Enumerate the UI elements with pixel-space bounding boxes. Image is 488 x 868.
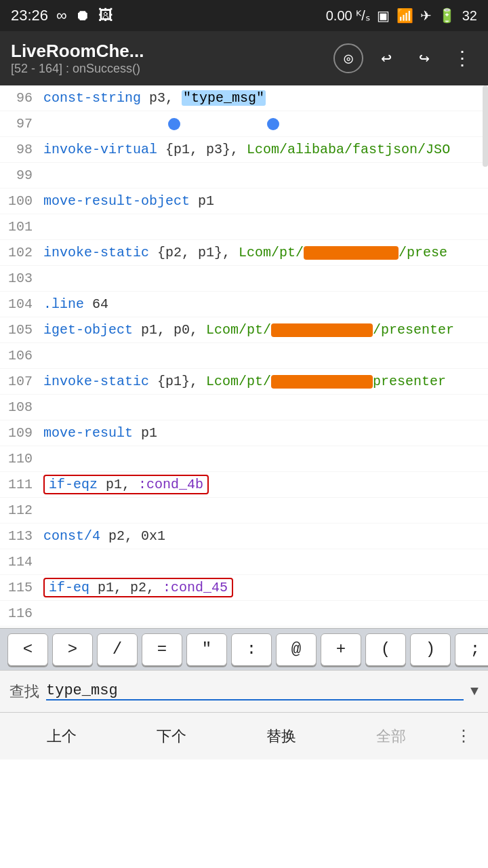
key-slash[interactable]: / — [97, 633, 138, 666]
line-number: 115 — [0, 580, 41, 595]
key-greater-than[interactable]: > — [52, 633, 93, 666]
key-plus[interactable]: + — [321, 633, 361, 666]
line-number: 96 — [0, 90, 41, 106]
line-number: 106 — [0, 348, 41, 363]
redacted-block-1 — [304, 246, 399, 260]
action-bar: 上个 下个 替换 全部 ⋮ — [0, 712, 488, 760]
line-content — [41, 276, 488, 281]
key-open-paren[interactable]: ( — [365, 633, 406, 666]
scrollbar[interactable] — [483, 85, 488, 167]
code-line-111: 111 if-eqz p1, :cond_4b — [0, 472, 488, 498]
code-line-98: 98 invoke-virtual {p1, p3}, Lcom/alibaba… — [0, 137, 488, 163]
next-button[interactable]: 下个 — [117, 719, 226, 753]
redacted-block-3 — [271, 375, 373, 389]
battery-icon: 🔋 — [439, 7, 455, 24]
line-content: if-eqz p1, :cond_4b — [41, 472, 488, 497]
replace-button[interactable]: 替换 — [226, 719, 336, 753]
line-content: move-result-object p1 — [41, 191, 488, 212]
key-equals[interactable]: = — [142, 633, 182, 666]
code-line-101: 101 — [0, 214, 488, 240]
line-content: const/4 p2, 0x1 — [41, 526, 488, 547]
image-icon: 🖼 — [98, 7, 113, 24]
line-number: 98 — [0, 142, 41, 157]
line-number: 110 — [0, 451, 41, 467]
more-icon: ⋮ — [453, 47, 472, 70]
line-content — [41, 224, 488, 230]
line-content: .line 64 — [41, 294, 488, 315]
search-dropdown-icon[interactable]: ▼ — [470, 684, 479, 699]
replace-all-button[interactable]: 全部 — [336, 719, 446, 753]
selection-handle-left — [168, 118, 180, 130]
title-bar: LiveRoomChe... [52 - 164] : onSuccess() … — [0, 31, 488, 85]
line-content — [41, 353, 488, 359]
code-area: 96 const-string p3, "type_msg" 97 98 inv… — [0, 85, 488, 628]
line-content — [41, 559, 488, 565]
code-line-117: 117 const/4 p2, 0x2 — [0, 627, 488, 628]
code-line-108: 108 — [0, 395, 488, 420]
code-line-97: 97 — [0, 111, 488, 137]
line-number: 99 — [0, 167, 41, 183]
line-content — [41, 113, 488, 134]
app-title: LiveRoomChe... — [11, 41, 325, 62]
action-more-button[interactable]: ⋮ — [446, 719, 481, 753]
undo-button[interactable]: ↩ — [371, 43, 401, 73]
wifi-icon: 📶 — [396, 7, 413, 24]
line-content — [41, 173, 488, 178]
status-time: 23:26 — [11, 7, 48, 24]
code-line-107: 107 invoke-static {p1}, Lcom/pt/ present… — [0, 369, 488, 395]
boxed-instruction-115: if-eq p1, p2, :cond_45 — [43, 578, 233, 597]
line-content — [41, 508, 488, 513]
line-number: 103 — [0, 271, 41, 286]
battery-level: 32 — [462, 8, 477, 24]
line-number: 113 — [0, 528, 41, 544]
key-colon[interactable]: : — [231, 633, 272, 666]
code-line-104: 104 .line 64 — [0, 292, 488, 317]
code-line-99: 99 — [0, 163, 488, 189]
line-number: 100 — [0, 193, 41, 209]
airplane-icon: ✈ — [420, 7, 432, 24]
title-text-block: LiveRoomChe... [52 - 164] : onSuccess() — [11, 41, 325, 76]
app-subtitle: [52 - 164] : onSuccess() — [11, 62, 325, 76]
key-quote[interactable]: " — [186, 633, 227, 666]
compass-icon: ◎ — [344, 50, 352, 68]
key-at[interactable]: @ — [276, 633, 317, 666]
code-line-102: 102 invoke-static {p2, p1}, Lcom/pt/ /pr… — [0, 240, 488, 266]
key-semicolon[interactable]: ; — [455, 633, 488, 666]
line-content: invoke-virtual {p1, p3}, Lcom/alibaba/fa… — [41, 139, 488, 160]
redo-button[interactable]: ↪ — [409, 43, 439, 73]
key-less-than[interactable]: < — [7, 633, 48, 666]
line-content: move-result p1 — [41, 422, 488, 443]
line-number: 104 — [0, 296, 41, 312]
code-line-100: 100 move-result-object p1 — [0, 189, 488, 214]
undo-icon: ↩ — [381, 47, 392, 69]
code-line-114: 114 — [0, 549, 488, 575]
boxed-instruction-111: if-eqz p1, :cond_4b — [43, 475, 209, 494]
selection-handle-right — [267, 118, 279, 130]
code-line-96: 96 const-string p3, "type_msg" — [0, 85, 488, 111]
search-input[interactable] — [46, 682, 464, 701]
code-line-106: 106 — [0, 343, 488, 369]
prev-button[interactable]: 上个 — [7, 719, 117, 753]
line-number: 116 — [0, 606, 41, 621]
code-line-110: 110 — [0, 446, 488, 472]
key-close-paren[interactable]: ) — [410, 633, 451, 666]
line-number: 114 — [0, 554, 41, 570]
line-number: 101 — [0, 219, 41, 235]
code-line-112: 112 — [0, 498, 488, 524]
data-speed: 0.00 ᴷ/ₛ — [326, 7, 370, 24]
more-options-button[interactable]: ⋮ — [447, 43, 477, 73]
compass-button[interactable]: ◎ — [333, 43, 363, 73]
search-bar: 查找 ▼ — [0, 670, 488, 712]
line-content: iget-object p1, p0, Lcom/pt/ /presenter — [41, 319, 488, 340]
redo-icon: ↪ — [419, 47, 430, 69]
line-content — [41, 611, 488, 616]
line-number: 112 — [0, 502, 41, 518]
line-number: 97 — [0, 116, 41, 132]
line-content: if-eq p1, p2, :cond_45 — [41, 575, 488, 600]
code-line-115: 115 if-eq p1, p2, :cond_45 — [0, 575, 488, 601]
line-content — [41, 405, 488, 410]
status-bar: 23:26 ∞ ⏺ 🖼 0.00 ᴷ/ₛ ▣ 📶 ✈ 🔋 32 — [0, 0, 488, 31]
code-line-109: 109 move-result p1 — [0, 420, 488, 446]
line-number: 107 — [0, 374, 41, 389]
line-content: const-string p3, "type_msg" — [41, 87, 488, 108]
